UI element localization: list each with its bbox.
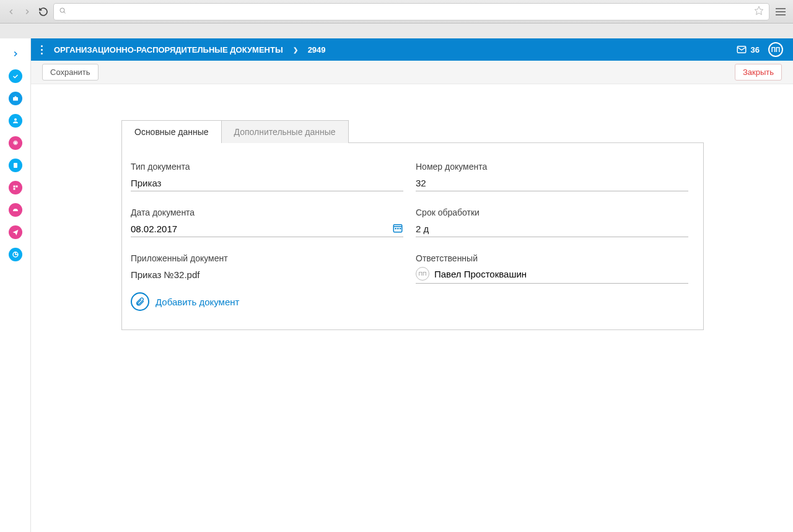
responsible-input[interactable] — [434, 269, 688, 279]
paperclip-icon — [131, 292, 149, 311]
doc-type-input[interactable] — [131, 175, 403, 191]
svg-rect-8 — [13, 186, 15, 188]
add-document-label: Добавить документ — [156, 297, 239, 307]
action-bar: Сохранить Закрыть — [31, 61, 793, 84]
doc-date-input[interactable] — [131, 221, 387, 237]
menu-icon[interactable] — [773, 6, 788, 18]
header-menu-icon[interactable] — [41, 45, 43, 55]
reload-icon[interactable] — [37, 6, 50, 18]
doc-number-label: Номер документа — [416, 162, 688, 172]
svg-point-0 — [60, 8, 64, 12]
browser-toolbar — [0, 0, 793, 24]
avatar-initials: ПП — [771, 46, 780, 53]
svg-rect-4 — [14, 97, 16, 98]
search-icon — [59, 7, 66, 16]
bookmark-star-icon[interactable] — [754, 6, 764, 18]
svg-rect-17 — [397, 228, 398, 229]
content-area: Основные данные Дополнительные данные Ти… — [31, 84, 793, 532]
form-panel: Тип документа Номер документа Дата докум… — [121, 142, 704, 330]
responsible-avatar-icon: ПП — [416, 267, 429, 281]
breadcrumb-root[interactable]: ОРГАНИЗАЦИОННО-РАСПОРЯДИТЕЛЬНЫЕ ДОКУМЕНТ… — [54, 45, 283, 55]
svg-point-5 — [14, 118, 17, 121]
nav-check-icon[interactable] — [9, 69, 22, 83]
field-doc-type: Тип документа — [131, 162, 403, 191]
doc-number-input[interactable] — [416, 175, 688, 191]
nav-send-icon[interactable] — [9, 225, 22, 239]
nav-gear-icon[interactable] — [9, 136, 22, 150]
breadcrumb-id: 2949 — [308, 45, 326, 55]
save-button[interactable]: Сохранить — [42, 64, 99, 81]
calendar-icon[interactable] — [392, 222, 403, 236]
expand-sidebar-icon[interactable] — [9, 47, 22, 61]
chevron-right-icon: ❯ — [293, 46, 298, 53]
tabs: Основные данные Дополнительные данные — [121, 120, 704, 142]
field-responsible: Ответственный ПП — [416, 253, 688, 311]
mail-icon — [736, 44, 747, 55]
field-doc-number: Номер документа — [416, 162, 688, 191]
add-document-button[interactable]: Добавить документ — [131, 292, 403, 311]
page-header: ОРГАНИЗАЦИОННО-РАСПОРЯДИТЕЛЬНЫЕ ДОКУМЕНТ… — [31, 38, 793, 61]
user-avatar[interactable]: ПП — [768, 42, 783, 57]
mail-badge[interactable]: 36 — [736, 44, 760, 55]
sidebar-rail — [0, 38, 31, 532]
attachment-file[interactable]: Приказ №32.pdf — [131, 269, 403, 280]
svg-line-1 — [64, 12, 66, 14]
nav-gauge-icon[interactable] — [9, 203, 22, 217]
svg-marker-2 — [755, 6, 763, 14]
url-bar[interactable] — [53, 3, 769, 20]
deadline-input[interactable] — [416, 221, 688, 237]
svg-rect-18 — [400, 228, 401, 229]
back-icon[interactable] — [5, 6, 17, 18]
field-doc-date: Дата документа — [131, 207, 403, 237]
svg-rect-3 — [13, 97, 18, 101]
nav-module-icon[interactable] — [9, 181, 22, 194]
url-input[interactable] — [70, 7, 750, 16]
field-attachment: Приложенный документ Приказ №32.pdf Доба… — [131, 253, 403, 311]
nav-chart-icon[interactable] — [9, 248, 22, 261]
mail-count: 36 — [751, 45, 760, 55]
forward-icon[interactable] — [21, 6, 33, 18]
tab-extra[interactable]: Дополнительные данные — [222, 120, 349, 143]
tab-main[interactable]: Основные данные — [121, 120, 222, 143]
svg-rect-16 — [395, 228, 396, 229]
nav-briefcase-icon[interactable] — [9, 92, 22, 105]
close-button[interactable]: Закрыть — [735, 64, 782, 81]
nav-user-icon[interactable] — [9, 114, 22, 128]
main-panel: ОРГАНИЗАЦИОННО-РАСПОРЯДИТЕЛЬНЫЕ ДОКУМЕНТ… — [31, 38, 793, 532]
doc-date-label: Дата документа — [131, 207, 403, 217]
doc-type-label: Тип документа — [131, 162, 403, 172]
svg-rect-10 — [13, 188, 15, 190]
responsible-label: Ответственный — [416, 253, 688, 263]
svg-rect-7 — [14, 163, 17, 168]
deadline-label: Срок обработки — [416, 207, 688, 217]
attachment-label: Приложенный документ — [131, 253, 403, 263]
nav-document-icon[interactable] — [9, 159, 22, 172]
svg-rect-9 — [15, 186, 17, 188]
field-deadline: Срок обработки — [416, 207, 688, 237]
